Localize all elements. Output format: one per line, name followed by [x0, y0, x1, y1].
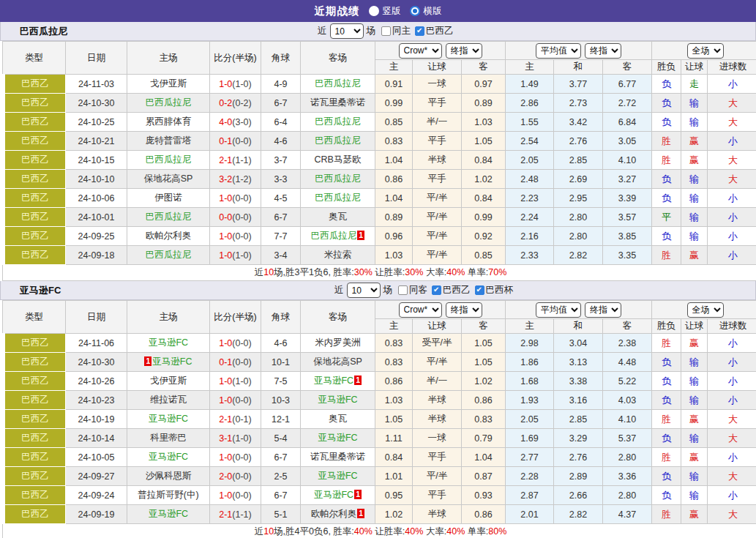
result-goals-cell: 小: [708, 334, 756, 353]
average-group-header: 平均值 终指: [506, 42, 652, 60]
home-team-name[interactable]: 巴西瓜拉尼: [146, 154, 192, 165]
result-goals-cell: 大: [708, 113, 756, 132]
away-team-name[interactable]: 巴西瓜拉尼: [315, 78, 361, 89]
avg-home-cell: 1.93: [506, 391, 554, 410]
col-header-score: 比分(半场): [210, 301, 261, 334]
filter-checkbox[interactable]: 巴西乙: [432, 284, 471, 296]
avg-stage-select[interactable]: 终指: [585, 302, 621, 318]
away-team-name[interactable]: 亚马逊FC: [318, 471, 357, 481]
filter-controls: 近 10 场 同主巴西乙: [318, 23, 457, 39]
odds-handicap-cell: 平/半: [413, 353, 462, 372]
checkbox-label: 同主: [392, 25, 411, 37]
halftime-score: (1-0): [232, 433, 251, 444]
filter-checkbox[interactable]: 同主: [381, 25, 411, 37]
result-wdl-cell: 负: [652, 429, 681, 448]
away-team-name[interactable]: 亚马逊FC: [318, 433, 357, 443]
score-cell: 3-2(1-2): [210, 170, 261, 189]
match-count-select[interactable]: 10: [330, 23, 364, 39]
avg-stage-select[interactable]: 终指: [585, 43, 621, 59]
home-team-cell: 庞特普雷塔: [127, 132, 210, 151]
match-row: 巴西乙 24-10-21 庞特普雷塔 0-1(0-0) 4-6 巴西瓜拉尼 0.…: [3, 132, 756, 151]
home-team-name[interactable]: 巴西瓜拉尼: [146, 250, 192, 260]
home-team-name[interactable]: 巴西瓜拉尼: [146, 212, 192, 222]
score-cell: 0-1(0-0): [210, 353, 261, 372]
away-team-name: CRB马瑟欧: [315, 154, 362, 165]
col-header-avg-home: 主: [506, 60, 554, 75]
score-cell: 2-0(0-0): [210, 467, 261, 486]
col-header-odds-handicap: 让球: [413, 60, 462, 75]
odds-home-cell: 1.02: [375, 505, 413, 524]
away-team-name[interactable]: 巴西瓜拉尼: [315, 173, 361, 184]
team-section: 亚马逊FC 近 10 场 同客巴西乙巴西杯 类型 日期 主场 比分(半场): [0, 281, 756, 538]
odds-home-cell: 0.83: [375, 334, 413, 353]
date-cell: 24-10-01: [66, 208, 127, 227]
away-team-name[interactable]: 亚马逊FC: [314, 490, 353, 500]
summary-row: 近10场,胜3平1负6, 胜率:30% 让胜率:30% 大率:40% 单率:70…: [3, 265, 756, 281]
away-team-name[interactable]: 巴西瓜拉尼: [315, 135, 361, 146]
filter-checkbox[interactable]: 同客: [398, 284, 427, 296]
odds-home-cell: 1.04: [375, 189, 413, 208]
away-team-cell: 诺瓦里桑蒂诺: [301, 94, 375, 113]
score-cell: 0-0(0-0): [210, 208, 261, 227]
results-table: 类型 日期 主场 比分(半场) 角球 客场 Crow* 终指 平均值: [0, 300, 756, 538]
avg-draw-cell: 2.82: [554, 246, 603, 265]
home-team-name[interactable]: 亚马逊FC: [149, 452, 188, 462]
home-team-cell: 沙佩科恩斯: [127, 467, 210, 486]
away-team-cell: 保地花高SP: [301, 353, 375, 372]
match-row: 巴西乙 24-11-06 亚马逊FC 1-0(0-0) 4-6 米内罗美洲 0.…: [3, 334, 756, 353]
layout-radio-vertical[interactable]: 竖版: [369, 5, 401, 18]
fulltime-score: 1-0: [219, 376, 232, 386]
avg-home-cell: 1.69: [506, 429, 554, 448]
fulltime-score: 1-0: [219, 452, 232, 463]
league-cell: 巴西乙: [3, 75, 66, 94]
home-team-cell: 累西腓体育: [127, 113, 210, 132]
away-team-name[interactable]: 巴西瓜拉尼: [315, 193, 361, 203]
halftime-score: (1-2): [232, 174, 251, 184]
away-team-name[interactable]: 巴西瓜拉尼: [315, 116, 361, 127]
home-team-name[interactable]: 亚马逊FC: [149, 414, 188, 424]
fulltime-select[interactable]: 全场: [687, 43, 724, 59]
result-handicap-cell: 输: [681, 391, 708, 410]
date-cell: 24-10-30: [66, 353, 127, 372]
result-handicap-cell: 输: [681, 429, 708, 448]
result-wdl-cell: 平: [652, 208, 681, 227]
avg-away-cell: 3.35: [603, 246, 652, 265]
result-handicap-cell: 输: [681, 113, 708, 132]
home-team-name[interactable]: 亚马逊FC: [149, 509, 188, 519]
away-team-name[interactable]: 亚马逊FC: [318, 395, 357, 405]
avg-source-select[interactable]: 平均值: [536, 43, 581, 59]
avg-home-cell: 1.49: [506, 75, 554, 94]
date-cell: 24-09-19: [66, 505, 127, 524]
halftime-score: (3-0): [232, 117, 251, 127]
odds-away-cell: 0.86: [462, 391, 506, 410]
away-team-cell: 巴西瓜拉尼: [301, 75, 375, 94]
filter-checkbox[interactable]: 巴西杯: [475, 284, 514, 296]
odds-stage-select[interactable]: 终指: [446, 43, 482, 59]
result-wdl-cell: 负: [652, 353, 681, 372]
odds-source-select[interactable]: Crow*: [399, 302, 442, 318]
away-team-cell: 巴西瓜拉尼1: [301, 227, 375, 246]
fulltime-select[interactable]: 全场: [687, 302, 724, 318]
match-row: 巴西乙 24-09-24 普拉斯哥野(中) 1-0(0-0) 6-7 亚马逊FC…: [3, 486, 756, 505]
fulltime-group-header: 全场: [652, 301, 756, 319]
filter-controls: 近 10 场 同客巴西乙巴西杯: [334, 283, 516, 298]
avg-draw-cell: 2.80: [554, 227, 603, 246]
score-cell: 2-1(1-1): [210, 505, 261, 524]
avg-source-select[interactable]: 平均值: [536, 302, 581, 318]
away-team-name[interactable]: 巴西瓜拉尼: [311, 231, 357, 241]
odds-stage-select[interactable]: 终指: [446, 302, 482, 318]
fulltime-score: 4-0: [219, 117, 232, 127]
fulltime-score: 3-1: [219, 433, 232, 444]
layout-radio-horizontal[interactable]: 横版: [410, 5, 442, 18]
home-team-name[interactable]: 亚马逊FC: [149, 337, 188, 348]
away-team-name[interactable]: 亚马逊FC: [314, 376, 353, 386]
match-row: 巴西乙 24-10-01 巴西瓜拉尼 0-0(0-0) 6-7 奥瓦 0.89 …: [3, 208, 756, 227]
home-team-name[interactable]: 巴西瓜拉尼: [146, 97, 192, 108]
filter-checkbox[interactable]: 巴西乙: [415, 25, 454, 37]
league-cell: 巴西乙: [3, 353, 66, 372]
col-header-date: 日期: [66, 42, 127, 75]
odds-source-select[interactable]: Crow*: [399, 43, 442, 59]
odds-handicap-cell: 半球: [413, 410, 462, 429]
home-team-name[interactable]: 亚马逊FC: [152, 356, 192, 367]
match-count-select[interactable]: 10: [347, 283, 381, 298]
